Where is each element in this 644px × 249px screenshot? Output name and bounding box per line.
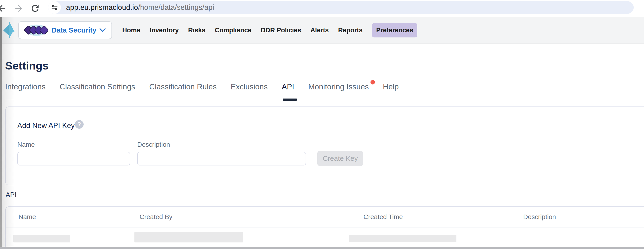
- tab-monitoring-issues[interactable]: Monitoring Issues: [308, 79, 369, 100]
- product-navbar: Data Security Home Inventory Risks Compl…: [0, 17, 644, 43]
- loading-skeleton: [13, 235, 70, 243]
- notification-dot: [370, 80, 375, 84]
- site-info-icon[interactable]: [48, 1, 61, 14]
- loading-skeleton: [349, 235, 456, 242]
- address-bar[interactable]: app.eu.prismacloud.io/home/data/settings…: [48, 1, 634, 14]
- forward-icon[interactable]: [14, 3, 24, 13]
- api-keys-table: Name Created By Created Time Description: [5, 206, 644, 249]
- url-domain: app.eu.prismacloud.io: [66, 3, 138, 11]
- column-header-created-time: Created Time: [364, 213, 523, 221]
- module-switcher[interactable]: Data Security: [18, 21, 112, 39]
- tab-classification-rules[interactable]: Classification Rules: [149, 79, 216, 100]
- column-header-name: Name: [18, 213, 140, 221]
- module-switcher-label: Data Security: [52, 26, 96, 34]
- url-text: app.eu.prismacloud.io/home/data/settings…: [66, 3, 214, 12]
- menu-item-reports[interactable]: Reports: [338, 23, 362, 37]
- tab-integrations[interactable]: Integrations: [5, 79, 46, 100]
- menu-item-compliance[interactable]: Compliance: [215, 23, 252, 37]
- column-header-description: Description: [523, 213, 644, 221]
- menu-item-inventory[interactable]: Inventory: [150, 23, 179, 37]
- add-api-key-heading: Add New API Key: [17, 121, 75, 130]
- description-input[interactable]: [137, 152, 306, 165]
- add-api-key-card: Add New API Key ? Name Description Creat…: [5, 106, 644, 185]
- data-security-diamonds-icon: [24, 23, 48, 37]
- menu-item-home[interactable]: Home: [122, 23, 140, 37]
- loading-skeleton: [134, 232, 243, 243]
- back-icon[interactable]: [0, 3, 7, 13]
- name-input[interactable]: [17, 152, 130, 165]
- menu-item-alerts[interactable]: Alerts: [310, 23, 329, 37]
- prisma-cloud-logo-icon: [2, 20, 16, 40]
- reload-icon[interactable]: [30, 3, 40, 13]
- tab-exclusions[interactable]: Exclusions: [231, 79, 268, 100]
- browser-toolbar: app.eu.prismacloud.io/home/data/settings…: [0, 0, 644, 17]
- menu-item-preferences[interactable]: Preferences: [372, 23, 417, 37]
- page-title: Settings: [5, 59, 48, 72]
- tab-classification-settings[interactable]: Classification Settings: [60, 79, 135, 100]
- tab-help[interactable]: Help: [383, 79, 399, 100]
- api-section-label: API: [6, 191, 17, 199]
- main-menu: Home Inventory Risks Compliance DDR Poli…: [122, 23, 417, 37]
- table-header-row: Name Created By Created Time Description: [6, 207, 644, 228]
- create-key-button[interactable]: Create Key: [317, 151, 363, 166]
- tab-monitoring-issues-label: Monitoring Issues: [308, 82, 369, 91]
- window-left-edge: [0, 17, 2, 249]
- menu-item-risks[interactable]: Risks: [188, 23, 206, 37]
- help-icon[interactable]: ?: [75, 120, 84, 129]
- chevron-down-icon: [99, 28, 106, 32]
- column-header-created-by: Created By: [140, 213, 364, 221]
- window-bottom-edge: [0, 247, 644, 249]
- tab-api[interactable]: API: [282, 79, 294, 100]
- name-field-label: Name: [17, 141, 35, 148]
- menu-item-ddr-policies[interactable]: DDR Policies: [261, 23, 301, 37]
- settings-tabs: Integrations Classification Settings Cla…: [5, 79, 644, 100]
- description-field-label: Description: [137, 141, 170, 148]
- url-path: /home/data/settings/api: [138, 3, 214, 11]
